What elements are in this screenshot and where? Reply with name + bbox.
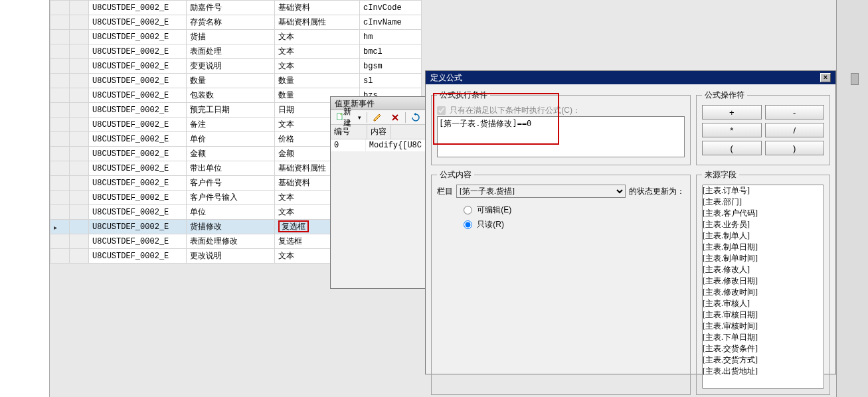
operator-button-/[interactable]: / (765, 123, 825, 137)
field-select[interactable]: [第一子表.货描] (456, 185, 626, 198)
source-item[interactable]: [主表.审核时间] (703, 321, 824, 332)
table-row[interactable]: U8CUSTDEF_0002_E变更说明文本bgsm (50, 59, 422, 74)
source-item[interactable]: [主表.订单号] (703, 185, 824, 197)
source-item[interactable]: [主表.制单人] (703, 230, 824, 242)
chevron-down-icon: ▾ (358, 114, 361, 121)
event-toolbar: 新建 ▾ (331, 110, 426, 125)
source-list[interactable]: [主表.订单号][主表.部门][主表.客户代码][主表.业务员][主表.制单人]… (702, 185, 824, 389)
source-item[interactable]: [主表.修改时间] (703, 287, 824, 298)
event-grid-header: 编号 内容 (331, 125, 426, 139)
event-window: 值更新事件 新建 ▾ 编号 内容 0 (330, 96, 426, 289)
source-item[interactable]: [主表.下单日期] (703, 332, 824, 343)
source-item[interactable]: [主表.交货方式] (703, 355, 824, 366)
delete-button[interactable] (387, 112, 403, 123)
svg-rect-1 (341, 113, 342, 114)
status-label: 的状态更新为： (629, 186, 685, 197)
source-item[interactable]: [主表.制单时间] (703, 253, 824, 264)
event-grid-row[interactable]: 0 Modify{[U8C (331, 139, 426, 151)
field-label: 栏目 (437, 186, 453, 197)
source-item[interactable]: [主表.审核日期] (703, 309, 824, 321)
condition-legend: 公式执行条件 (437, 90, 490, 101)
source-item[interactable]: [主表.修改人] (703, 264, 824, 276)
right-gutter (836, 0, 868, 397)
edit-button[interactable] (369, 112, 385, 123)
table-row[interactable]: U8CUSTDEF_0002_E表面处理文本bmcl (50, 44, 422, 59)
source-item[interactable]: [主表.出货地址] (703, 366, 824, 377)
operator-button-*[interactable]: * (702, 123, 762, 137)
condition-fieldset: 公式执行条件 只有在满足以下条件时执行公式(C)： [第一子表.货描修改]==0 (431, 90, 691, 165)
condition-checkbox[interactable] (437, 106, 446, 115)
formula-window: 定义公式 × 公式执行条件 只有在满足以下条件时执行公式(C)： [第一子表.货… (425, 70, 836, 374)
tree-panel (0, 0, 50, 397)
source-item[interactable]: [主表.部门] (703, 197, 824, 208)
radio-editable-label[interactable]: 可编辑(E) (464, 204, 685, 216)
refresh-button[interactable] (408, 112, 424, 123)
table-row[interactable]: U8CUSTDEF_0002_E存货名称基础资料属性cInvName (50, 15, 422, 30)
content-fieldset: 公式内容 栏目 [第一子表.货描] 的状态更新为： 可编辑(E) 只读( (431, 169, 691, 395)
operator-button--[interactable]: - (765, 105, 825, 119)
condition-textarea[interactable]: [第一子表.货描修改]==0 (437, 116, 685, 157)
formula-title: 定义公式 (430, 72, 462, 84)
source-fieldset: 来源字段 [主表.订单号][主表.部门][主表.客户代码][主表.业务员][主表… (696, 169, 830, 395)
event-col-id: 编号 (331, 125, 367, 139)
condition-checkbox-label[interactable]: 只有在满足以下条件时执行公式(C)： (437, 106, 580, 115)
radio-readonly[interactable] (464, 220, 472, 229)
operator-button-([interactable]: ( (702, 141, 762, 155)
close-button[interactable]: × (820, 73, 831, 82)
source-item[interactable]: [主表.交货条件] (703, 343, 824, 355)
source-item[interactable]: [主表.制单日期] (703, 242, 824, 253)
operators-fieldset: 公式操作符 +-*/() (696, 90, 830, 165)
operator-button-)[interactable]: ) (765, 141, 825, 155)
operator-button-+[interactable]: + (702, 105, 762, 119)
refresh-icon (411, 113, 420, 122)
source-item[interactable]: [主表.业务员] (703, 219, 824, 230)
pencil-icon (373, 113, 382, 122)
delete-icon (391, 113, 400, 122)
table-row[interactable]: U8CUSTDEF_0002_E数量数量sl (50, 74, 422, 88)
table-row[interactable]: U8CUSTDEF_0002_E货描文本hm (50, 30, 422, 44)
table-row[interactable]: U8CUSTDEF_0002_E励嘉件号基础资料cInvCode (50, 1, 422, 15)
source-legend: 来源字段 (702, 169, 739, 181)
content-legend: 公式内容 (437, 169, 474, 181)
formula-titlebar: 定义公式 × (426, 71, 835, 84)
radio-editable[interactable] (464, 206, 472, 214)
operators-legend: 公式操作符 (702, 90, 747, 101)
new-file-icon (336, 113, 343, 122)
source-item[interactable]: [主表.修改日期] (703, 276, 824, 287)
event-col-content: 内容 (367, 125, 391, 139)
source-item[interactable]: [主表.审核人] (703, 298, 824, 309)
source-item[interactable]: [主表.客户代码] (703, 208, 824, 219)
radio-readonly-label[interactable]: 只读(R) (464, 219, 685, 230)
